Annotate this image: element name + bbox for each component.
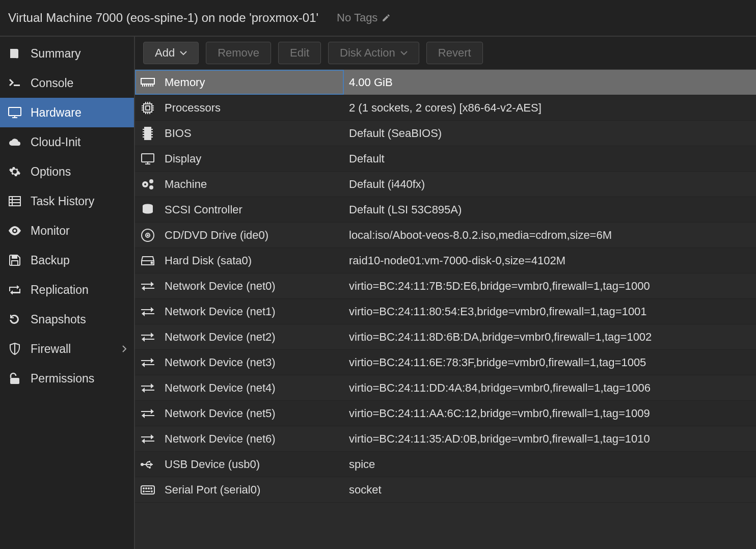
sidebar-item-task-history[interactable]: Task History	[0, 186, 134, 216]
hardware-row-key-cell: Processors	[135, 95, 344, 120]
hardware-row[interactable]: Hard Disk (sata0)raid10-node01:vm-7000-d…	[135, 248, 756, 273]
chip-icon	[140, 127, 155, 140]
hardware-row-value: Default (SeaBIOS)	[344, 127, 756, 140]
content: Add Remove Edit Disk Action Revert Mem	[135, 37, 756, 549]
remove-button[interactable]: Remove	[206, 42, 271, 64]
hardware-row[interactable]: DisplayDefault	[135, 146, 756, 172]
svg-point-54	[151, 262, 153, 263]
sidebar-item-permissions[interactable]: Permissions	[0, 364, 134, 393]
add-button[interactable]: Add	[143, 42, 199, 64]
hardware-row-key-cell: CD/DVD Drive (ide0)	[135, 223, 344, 248]
sidebar: SummaryConsoleHardwareCloud-InitOptionsT…	[0, 37, 135, 549]
hardware-row-key: Processors	[165, 101, 221, 115]
desktop-icon	[140, 153, 155, 164]
hardware-row-key: Display	[165, 152, 201, 166]
desktop-icon	[7, 107, 22, 118]
sidebar-item-console[interactable]: Console	[0, 68, 134, 98]
retweet-icon	[7, 285, 22, 294]
svg-rect-10	[12, 261, 18, 265]
svg-point-52	[147, 235, 148, 236]
hardware-row[interactable]: USB Device (usb0)spice	[135, 452, 756, 477]
tags-control[interactable]: No Tags	[337, 11, 391, 24]
hardware-row[interactable]: Network Device (net3)virtio=BC:24:11:6E:…	[135, 350, 756, 375]
hardware-row[interactable]: Network Device (net2)virtio=BC:24:11:8D:…	[135, 324, 756, 350]
hardware-row[interactable]: Network Device (net4)virtio=BC:24:11:DD:…	[135, 375, 756, 401]
svg-rect-57	[149, 461, 150, 462]
add-button-label: Add	[155, 46, 175, 60]
hardware-row-key: Serial Port (serial0)	[165, 483, 260, 497]
hardware-row[interactable]: SCSI ControllerDefault (LSI 53C895A)	[135, 197, 756, 223]
chevron-right-icon	[122, 345, 127, 352]
hardware-row-key-cell: Network Device (net5)	[135, 401, 344, 426]
hardware-row[interactable]: Network Device (net0)virtio=BC:24:11:7B:…	[135, 273, 756, 299]
hardware-row-value: 2 (1 sockets, 2 cores) [x86-64-v2-AES]	[344, 101, 756, 115]
usb-icon	[140, 460, 155, 469]
sidebar-item-cloud-init[interactable]: Cloud-Init	[0, 127, 134, 157]
svg-point-58	[149, 466, 151, 469]
hardware-row-value: virtio=BC:24:11:DD:4A:84,bridge=vmbr0,fi…	[344, 381, 756, 395]
svg-point-48	[149, 185, 153, 189]
hardware-row-key: Network Device (net5)	[165, 407, 276, 420]
hardware-row-key-cell: Memory	[135, 70, 344, 95]
disk-action-button[interactable]: Disk Action	[328, 42, 419, 64]
sidebar-item-snapshots[interactable]: Snapshots	[0, 305, 134, 334]
hardware-row[interactable]: Serial Port (serial0)socket	[135, 477, 756, 503]
sidebar-item-label: Monitor	[31, 224, 127, 238]
hardware-row[interactable]: Network Device (net6)virtio=BC:24:11:35:…	[135, 426, 756, 452]
svg-point-62	[148, 488, 149, 489]
exchange-icon	[140, 332, 155, 342]
sidebar-item-replication[interactable]: Replication	[0, 275, 134, 305]
shield-icon	[7, 343, 22, 355]
sidebar-item-summary[interactable]: Summary	[0, 39, 134, 68]
hardware-row-key: Network Device (net4)	[165, 381, 276, 395]
hardware-row[interactable]: BIOSDefault (SeaBIOS)	[135, 121, 756, 146]
edit-button-label: Edit	[290, 46, 309, 60]
exchange-icon	[140, 358, 155, 368]
sidebar-item-backup[interactable]: Backup	[0, 245, 134, 275]
hardware-row-value: virtio=BC:24:11:80:54:E3,bridge=vmbr0,fi…	[344, 305, 756, 318]
history-icon	[7, 313, 22, 325]
hardware-row[interactable]: MachineDefault (i440fx)	[135, 172, 756, 197]
hardware-row-key-cell: Machine	[135, 172, 344, 197]
sidebar-item-label: Firewall	[31, 342, 114, 356]
hardware-row[interactable]: Network Device (net1)virtio=BC:24:11:80:…	[135, 299, 756, 324]
hardware-row-value: virtio=BC:24:11:6E:78:3F,bridge=vmbr0,fi…	[344, 356, 756, 369]
svg-rect-65	[145, 491, 150, 492]
hardware-row-key-cell: Network Device (net6)	[135, 426, 344, 451]
svg-rect-20	[146, 106, 150, 110]
sidebar-item-hardware[interactable]: Hardware	[0, 98, 134, 127]
svg-point-64	[143, 491, 144, 492]
hardware-row-key: CD/DVD Drive (ide0)	[165, 229, 268, 242]
hardware-row[interactable]: CD/DVD Drive (ide0)local:iso/Aboot-veos-…	[135, 223, 756, 248]
save-icon	[7, 255, 22, 266]
hardware-row-key: Machine	[165, 178, 207, 191]
svg-rect-4	[9, 197, 20, 206]
edit-button[interactable]: Edit	[278, 42, 321, 64]
hardware-row-value: Default	[344, 152, 756, 166]
hardware-row-key-cell: USB Device (usb0)	[135, 452, 344, 477]
sidebar-item-monitor[interactable]: Monitor	[0, 216, 134, 245]
sidebar-item-firewall[interactable]: Firewall	[0, 334, 134, 364]
sidebar-item-options[interactable]: Options	[0, 157, 134, 186]
sidebar-item-label: Hardware	[31, 106, 127, 120]
hardware-row[interactable]: Memory4.00 GiB	[135, 70, 756, 95]
sidebar-item-label: Cloud-Init	[31, 135, 127, 149]
page-header: Virtual Machine 7000 (eos-spine-1) on no…	[0, 0, 756, 36]
revert-button-label: Revert	[438, 46, 471, 60]
hardware-grid: Memory4.00 GiBProcessors2 (1 sockets, 2 …	[135, 70, 756, 549]
tags-label: No Tags	[337, 11, 377, 24]
cogs-icon	[140, 178, 155, 190]
hardware-row-key: SCSI Controller	[165, 203, 242, 216]
svg-rect-0	[14, 85, 20, 86]
eye-icon	[7, 226, 22, 235]
hardware-row-key: BIOS	[165, 127, 192, 140]
hardware-row-key-cell: Display	[135, 146, 344, 171]
hardware-row-key-cell: Network Device (net4)	[135, 375, 344, 400]
revert-button[interactable]: Revert	[426, 42, 483, 64]
chevron-down-icon	[400, 50, 408, 56]
hardware-row[interactable]: Processors2 (1 sockets, 2 cores) [x86-64…	[135, 95, 756, 121]
svg-point-63	[151, 488, 152, 489]
hardware-row-value: virtio=BC:24:11:7B:5D:E6,bridge=vmbr0,fi…	[344, 280, 756, 293]
hardware-row[interactable]: Network Device (net5)virtio=BC:24:11:AA:…	[135, 401, 756, 426]
keyboard-icon	[140, 485, 155, 495]
